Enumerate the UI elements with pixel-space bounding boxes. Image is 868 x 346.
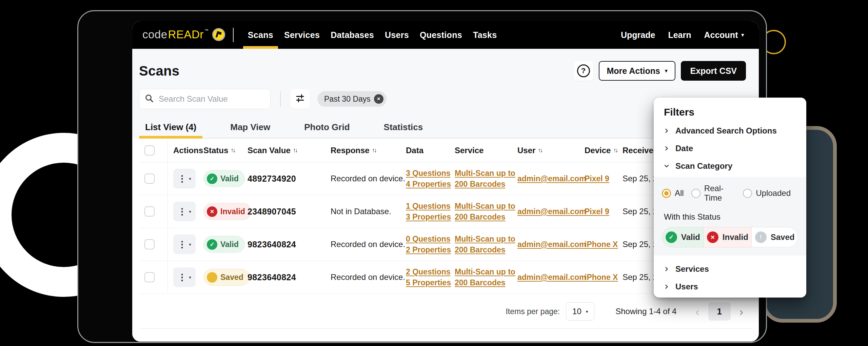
next-page-button[interactable]: › [739,305,743,318]
row-actions-cell: ⋮ ▾ [168,202,203,221]
nav-item-scans[interactable]: Scans [243,21,278,49]
export-csv-button[interactable]: Export CSV [681,61,746,81]
nav-item-services[interactable]: Services [279,21,324,49]
scan-value: 2348907045 [248,207,331,217]
filter-section-devices[interactable]: Devices [654,296,806,298]
column-header-data: Data [406,146,455,155]
scan-value: 4892734920 [248,174,331,184]
row-checkbox[interactable] [144,272,155,282]
column-header-response[interactable]: Response↑↓ [331,146,406,155]
nav-item-users[interactable]: Users [380,21,414,49]
status-filter-invalid[interactable]: × Invalid [704,227,752,247]
nav-item-upgrade[interactable]: Upgrade [621,30,655,40]
status-badge: × Invalid [203,203,251,220]
cross-icon: × [707,231,718,243]
column-header-scan-value[interactable]: Scan Value↑↓ [248,146,331,155]
properties-link[interactable]: 5 Properties [406,278,451,287]
nav-item-learn[interactable]: Learn [668,30,691,40]
questions-link[interactable]: 1 Questions [406,202,451,211]
radio-uploaded[interactable] [743,189,752,198]
data-links: 3 Questions 4 Properties [406,169,455,189]
sort-icon[interactable]: ↑↓ [293,147,297,154]
saved-dot-icon [207,272,217,283]
sort-icon[interactable]: ↑↓ [613,147,617,154]
showing-range-label: Showing 1-4 of 4 [615,307,676,316]
device-link[interactable]: Pixel 9 [585,207,609,216]
status-filter-valid[interactable]: ✓ Valid [662,227,704,247]
service-link[interactable]: Multi-Scan up to 200 Barcodes [455,169,517,189]
check-icon: ✓ [207,239,217,250]
filter-section-advanced-search[interactable]: Advanced Search Options [654,122,806,140]
service-link[interactable]: Multi-Scan up to 200 Barcodes [455,267,517,287]
status-cell: ✓ Valid [203,236,248,253]
row-checkbox[interactable] [144,174,155,184]
nav-item-databases[interactable]: Databases [326,21,379,49]
select-all-checkbox[interactable] [144,145,155,156]
column-header-user[interactable]: User↑↓ [517,146,585,155]
tab-list-view[interactable]: List View (4) [139,117,202,138]
properties-link[interactable]: 3 Properties [406,212,451,222]
chevron-down-icon: ▾ [189,242,191,247]
questions-link[interactable]: 2 Questions [406,267,451,277]
user-link[interactable]: admin@email.com [517,207,586,216]
filter-section-date[interactable]: Date [654,140,806,157]
service-link[interactable]: Multi-Scan up to 200 Barcodes [455,235,517,255]
filter-settings-button[interactable] [290,89,310,109]
chevron-right-icon [664,126,669,136]
chevron-down-icon: ▾ [189,176,191,181]
column-header-actions: Actions [168,146,203,155]
sort-icon[interactable]: ↑↓ [538,147,542,154]
previous-page-button[interactable]: ‹ [695,305,699,318]
top-nav: code READr ™ Scans Services Databases Us… [132,21,759,49]
row-checkbox[interactable] [144,239,155,249]
filter-section-users[interactable]: Users [654,278,806,296]
row-actions-button[interactable]: ⋮ ▾ [173,235,196,254]
row-checkbox[interactable] [144,206,155,217]
row-actions-button[interactable]: ⋮ ▾ [173,169,196,188]
user-link[interactable]: admin@email.com [517,240,586,249]
properties-link[interactable]: 2 Properties [406,245,451,255]
page-number-button[interactable]: 1 [708,302,731,321]
row-actions-cell: ⋮ ▾ [168,169,203,188]
row-actions-button[interactable]: ⋮ ▾ [173,202,196,221]
tab-map-view[interactable]: Map View [224,117,276,138]
items-per-page-select[interactable]: 10 ▾ [566,302,594,321]
device-link[interactable]: iPhone X [585,273,618,282]
status-filter-saved[interactable]: ! Saved [752,227,798,247]
questions-link[interactable]: 3 Questions [406,169,451,178]
filter-section-scan-category[interactable]: Scan Category [654,157,806,175]
status-badge: ✓ Valid [203,170,245,187]
sort-icon[interactable]: ↑↓ [231,147,235,154]
user-cell: admin@email.com [517,174,585,183]
properties-link[interactable]: 4 Properties [406,180,451,189]
user-link[interactable]: admin@email.com [517,273,586,282]
radio-all[interactable] [662,189,671,198]
filters-bottom-sections: Services Users Devices [654,260,806,298]
nav-item-questions[interactable]: Questions [415,21,467,49]
nav-right: Upgrade Learn Account ▾ [621,30,744,40]
radio-all-label: All [675,188,684,198]
tab-photo-grid[interactable]: Photo Grid [298,117,356,138]
brand-logo[interactable]: code READr ™ [142,27,225,43]
column-header-device[interactable]: Device↑↓ [585,146,623,155]
more-actions-button[interactable]: More Actions ▾ [599,61,676,81]
check-icon: ✓ [207,174,217,184]
device-link[interactable]: iPhone X [585,240,618,249]
device-link[interactable]: Pixel 9 [585,174,609,183]
radio-real-time[interactable] [691,189,701,198]
questions-link[interactable]: 0 Questions [406,235,451,244]
remove-chip-icon[interactable]: × [374,94,383,104]
nav-item-tasks[interactable]: Tasks [468,21,502,49]
filter-chip-past-30-days[interactable]: Past 30 Days × [317,91,387,107]
row-actions-button[interactable]: ⋮ ▾ [173,267,196,287]
service-link[interactable]: Multi-Scan up to 200 Barcodes [455,202,517,222]
kebab-menu-icon: ⋮ [178,174,186,184]
tab-statistics[interactable]: Statistics [378,117,429,138]
column-header-status[interactable]: Status↑↓ [203,146,248,155]
help-button[interactable]: ? [574,61,593,81]
filter-section-services[interactable]: Services [654,260,806,278]
search-input[interactable]: Search Scan Value [139,89,271,109]
sort-icon[interactable]: ↑↓ [372,147,376,154]
account-menu[interactable]: Account ▾ [704,30,744,40]
user-link[interactable]: admin@email.com [517,174,586,183]
